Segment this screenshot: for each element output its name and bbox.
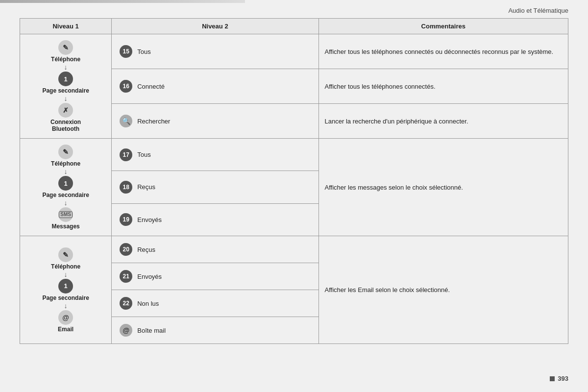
top-decorative-line: [0, 0, 245, 3]
commentaire-rechercher: Lancer la recherche d'un périphérique à …: [318, 104, 568, 139]
table-row: ✎ Téléphone ↓ 1 Page secondaire ↓ SMS Me…: [20, 139, 568, 171]
search-icon: 🔍: [120, 115, 132, 127]
label-page-secondaire: Page secondaire: [42, 87, 89, 94]
niveau2-cell-rechercher: 🔍 Rechercher: [112, 104, 318, 139]
label-page-secondaire-2: Page secondaire: [42, 192, 89, 198]
pencil-icon: ✎: [58, 40, 73, 55]
sms-label: SMS: [59, 211, 73, 218]
commentaire-connecte: Afficher tous les téléphones connectés.: [318, 69, 568, 104]
badge-20: 20: [120, 243, 132, 256]
table-row: ✎ Téléphone ↓ 1 Page secondaire ↓ @ Emai…: [20, 236, 568, 263]
page-title: Audio et Télématique: [508, 7, 568, 14]
niveau2-cell-tous-bt: 15 Tous: [112, 34, 318, 69]
badge-19: 19: [120, 213, 132, 226]
header-niveau2: Niveau 2: [112, 19, 318, 34]
niveau2-cell-tous-msg: 17 Tous: [112, 139, 318, 171]
at-icon-2: @: [120, 324, 132, 337]
bluetooth-icon: ✗: [58, 103, 73, 118]
arrow-icon: ↓: [64, 64, 68, 71]
label-telephone: Téléphone: [51, 56, 80, 63]
label-envoyes-msg: Envoyés: [137, 216, 162, 223]
label-tous-bt: Tous: [137, 48, 150, 55]
label-tous-msg: Tous: [137, 151, 150, 158]
badge-18: 18: [120, 181, 132, 194]
badge-15: 15: [120, 45, 132, 58]
label-email: Email: [58, 326, 74, 333]
label-rechercher: Rechercher: [137, 118, 170, 125]
niveau1-cell-messages: ✎ Téléphone ↓ 1 Page secondaire ↓ SMS Me…: [20, 139, 112, 236]
pencil-icon-3: ✎: [58, 247, 73, 262]
badge-16: 16: [120, 80, 132, 93]
label-recus-msg: Reçus: [137, 183, 155, 191]
main-table: Niveau 1 Niveau 2 Commentaires ✎ Télépho…: [20, 18, 568, 344]
arrow-icon-6: ↓: [64, 302, 68, 309]
niveau1-cell-bluetooth: ✎ Téléphone ↓ 1 Page secondaire ↓ ✗ Conn…: [20, 34, 112, 139]
niveau1-cell-email: ✎ Téléphone ↓ 1 Page secondaire ↓ @ Emai…: [20, 236, 112, 344]
label-connexion-bluetooth: ConnexionBluetooth: [50, 119, 81, 132]
label-page-secondaire-3: Page secondaire: [42, 294, 89, 301]
niveau2-cell-boite-mail: @ Boîte mail: [112, 317, 318, 344]
arrow-icon-5: ↓: [64, 271, 68, 278]
badge-22: 22: [120, 297, 132, 310]
niveau2-cell-non-lus: 22 Non lus: [112, 290, 318, 317]
pencil-icon-2: ✎: [58, 145, 73, 159]
at-icon: @: [58, 310, 73, 325]
header-commentaires: Commentaires: [318, 19, 568, 34]
badge-21: 21: [120, 270, 132, 283]
arrow-icon-4: ↓: [64, 199, 68, 206]
commentaire-messages: Afficher les messages selon le choix sél…: [318, 139, 568, 236]
arrow-icon-3: ↓: [64, 168, 68, 175]
page-footer: 393: [550, 375, 568, 382]
number-1-icon-3: 1: [58, 279, 73, 294]
label-non-lus: Non lus: [137, 300, 159, 307]
number-1-icon-2: 1: [58, 176, 73, 191]
label-envoyes-email: Envoyés: [137, 273, 162, 280]
footer-square-icon: [550, 376, 555, 381]
badge-17: 17: [120, 148, 132, 161]
label-telephone-2: Téléphone: [51, 160, 80, 167]
label-connecte: Connecté: [137, 83, 165, 90]
label-recus-email: Reçus: [137, 246, 155, 253]
niveau2-cell-recus-email: 20 Reçus: [112, 236, 318, 263]
number-1-icon: 1: [58, 72, 73, 86]
niveau2-cell-recus-msg: 18 Reçus: [112, 171, 318, 203]
commentaire-email: Afficher les Email selon le choix sélect…: [318, 236, 568, 344]
arrow-icon-2: ↓: [64, 95, 68, 102]
niveau2-cell-envoyes-msg: 19 Envoyés: [112, 203, 318, 236]
label-messages: Messages: [51, 223, 79, 230]
niveau2-cell-envoyes-email: 21 Envoyés: [112, 263, 318, 290]
label-boite-mail: Boîte mail: [137, 327, 166, 334]
niveau2-cell-connecte: 16 Connecté: [112, 69, 318, 104]
table-row: ✎ Téléphone ↓ 1 Page secondaire ↓ ✗ Conn…: [20, 34, 568, 69]
header-niveau1: Niveau 1: [20, 19, 112, 34]
page-number: 393: [558, 375, 568, 382]
label-telephone-3: Téléphone: [51, 263, 80, 270]
commentaire-tous-bt: Afficher tous les téléphones connectés o…: [318, 34, 568, 69]
sms-icon: SMS: [58, 207, 73, 222]
